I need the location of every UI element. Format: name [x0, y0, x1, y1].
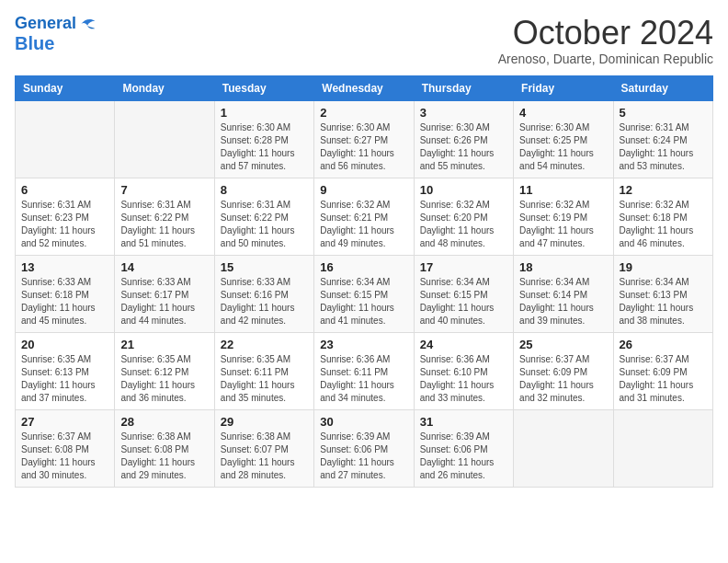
day-cell: 18Sunrise: 6:34 AMSunset: 6:14 PMDayligh…: [514, 255, 613, 332]
day-number: 1: [221, 106, 308, 120]
day-info: Sunrise: 6:30 AMSunset: 6:28 PMDaylight:…: [221, 121, 308, 173]
day-cell: 4Sunrise: 6:30 AMSunset: 6:25 PMDaylight…: [514, 100, 613, 178]
day-number: 12: [620, 183, 707, 197]
day-info: Sunrise: 6:38 AMSunset: 6:08 PMDaylight:…: [120, 431, 208, 482]
day-cell: [514, 409, 613, 487]
day-cell: 1Sunrise: 6:30 AMSunset: 6:28 PMDaylight…: [214, 100, 313, 178]
week-row-4: 20Sunrise: 6:35 AMSunset: 6:13 PMDayligh…: [16, 332, 713, 409]
day-info: Sunrise: 6:31 AMSunset: 6:22 PMDaylight:…: [221, 199, 308, 250]
day-number: 2: [320, 106, 407, 120]
week-row-3: 13Sunrise: 6:33 AMSunset: 6:18 PMDayligh…: [16, 255, 713, 332]
day-info: Sunrise: 6:34 AMSunset: 6:13 PMDaylight:…: [620, 276, 707, 327]
day-info: Sunrise: 6:36 AMSunset: 6:10 PMDaylight:…: [420, 353, 507, 405]
day-info: Sunrise: 6:30 AMSunset: 6:27 PMDaylight:…: [320, 121, 407, 173]
day-info: Sunrise: 6:38 AMSunset: 6:07 PMDaylight:…: [221, 431, 308, 482]
day-number: 3: [420, 106, 507, 120]
day-cell: 7Sunrise: 6:31 AMSunset: 6:22 PMDaylight…: [115, 178, 214, 255]
day-number: 9: [320, 183, 407, 197]
day-info: Sunrise: 6:32 AMSunset: 6:18 PMDaylight:…: [620, 199, 707, 250]
day-info: Sunrise: 6:37 AMSunset: 6:08 PMDaylight:…: [21, 431, 108, 482]
day-info: Sunrise: 6:33 AMSunset: 6:16 PMDaylight:…: [221, 276, 308, 327]
day-cell: [613, 409, 712, 487]
day-number: 13: [21, 260, 108, 274]
day-info: Sunrise: 6:32 AMSunset: 6:21 PMDaylight:…: [320, 199, 407, 250]
day-cell: 13Sunrise: 6:33 AMSunset: 6:18 PMDayligh…: [16, 255, 115, 332]
week-row-5: 27Sunrise: 6:37 AMSunset: 6:08 PMDayligh…: [16, 409, 713, 487]
day-cell: 28Sunrise: 6:38 AMSunset: 6:08 PMDayligh…: [115, 409, 214, 487]
logo: General Blue: [15, 15, 97, 53]
day-info: Sunrise: 6:34 AMSunset: 6:15 PMDaylight:…: [420, 276, 507, 327]
header-thursday: Thursday: [414, 75, 513, 100]
day-number: 18: [519, 260, 607, 274]
day-number: 30: [320, 415, 407, 429]
day-cell: 21Sunrise: 6:35 AMSunset: 6:12 PMDayligh…: [115, 332, 214, 409]
header-sunday: Sunday: [16, 75, 115, 100]
day-info: Sunrise: 6:33 AMSunset: 6:17 PMDaylight:…: [120, 276, 208, 327]
day-info: Sunrise: 6:30 AMSunset: 6:26 PMDaylight:…: [420, 121, 507, 173]
day-number: 8: [221, 183, 308, 197]
title-block: October 2024 Arenoso, Duarte, Dominican …: [498, 15, 713, 66]
day-cell: 10Sunrise: 6:32 AMSunset: 6:20 PMDayligh…: [414, 178, 513, 255]
day-number: 7: [120, 183, 208, 197]
week-row-1: 1Sunrise: 6:30 AMSunset: 6:28 PMDaylight…: [16, 100, 713, 178]
day-number: 4: [519, 106, 607, 120]
header-wednesday: Wednesday: [314, 75, 414, 100]
day-number: 21: [120, 338, 208, 351]
day-cell: 17Sunrise: 6:34 AMSunset: 6:15 PMDayligh…: [414, 255, 513, 332]
day-cell: 23Sunrise: 6:36 AMSunset: 6:11 PMDayligh…: [314, 332, 414, 409]
day-cell: 20Sunrise: 6:35 AMSunset: 6:13 PMDayligh…: [16, 332, 115, 409]
day-info: Sunrise: 6:36 AMSunset: 6:11 PMDaylight:…: [320, 353, 407, 405]
day-number: 11: [519, 183, 607, 197]
day-number: 19: [620, 260, 707, 274]
day-cell: 6Sunrise: 6:31 AMSunset: 6:23 PMDaylight…: [16, 178, 115, 255]
day-info: Sunrise: 6:32 AMSunset: 6:19 PMDaylight:…: [519, 199, 607, 250]
day-cell: 3Sunrise: 6:30 AMSunset: 6:26 PMDaylight…: [414, 100, 513, 178]
week-row-2: 6Sunrise: 6:31 AMSunset: 6:23 PMDaylight…: [16, 178, 713, 255]
day-cell: 11Sunrise: 6:32 AMSunset: 6:19 PMDayligh…: [514, 178, 613, 255]
month-title: October 2024: [498, 15, 713, 52]
calendar-table: SundayMondayTuesdayWednesdayThursdayFrid…: [15, 75, 713, 488]
day-number: 16: [320, 260, 407, 274]
day-cell: 31Sunrise: 6:39 AMSunset: 6:06 PMDayligh…: [414, 409, 513, 487]
day-info: Sunrise: 6:37 AMSunset: 6:09 PMDaylight:…: [620, 353, 707, 405]
day-info: Sunrise: 6:37 AMSunset: 6:09 PMDaylight:…: [519, 353, 607, 405]
day-number: 31: [420, 415, 507, 429]
day-number: 17: [420, 260, 507, 274]
day-info: Sunrise: 6:39 AMSunset: 6:06 PMDaylight:…: [420, 431, 507, 482]
header-friday: Friday: [514, 75, 613, 100]
day-cell: 22Sunrise: 6:35 AMSunset: 6:11 PMDayligh…: [214, 332, 313, 409]
day-cell: [16, 100, 115, 178]
day-number: 10: [420, 183, 507, 197]
day-cell: 16Sunrise: 6:34 AMSunset: 6:15 PMDayligh…: [314, 255, 414, 332]
day-cell: 27Sunrise: 6:37 AMSunset: 6:08 PMDayligh…: [16, 409, 115, 487]
day-cell: 2Sunrise: 6:30 AMSunset: 6:27 PMDaylight…: [314, 100, 414, 178]
day-number: 5: [620, 106, 707, 120]
day-cell: 14Sunrise: 6:33 AMSunset: 6:17 PMDayligh…: [115, 255, 214, 332]
header-row: SundayMondayTuesdayWednesdayThursdayFrid…: [16, 75, 713, 100]
day-cell: 24Sunrise: 6:36 AMSunset: 6:10 PMDayligh…: [414, 332, 513, 409]
location-subtitle: Arenoso, Duarte, Dominican Republic: [498, 52, 713, 66]
day-cell: 5Sunrise: 6:31 AMSunset: 6:24 PMDaylight…: [613, 100, 712, 178]
day-cell: [115, 100, 214, 178]
day-number: 28: [120, 415, 208, 429]
day-info: Sunrise: 6:31 AMSunset: 6:22 PMDaylight:…: [120, 199, 208, 250]
day-cell: 26Sunrise: 6:37 AMSunset: 6:09 PMDayligh…: [613, 332, 712, 409]
day-number: 14: [120, 260, 208, 274]
day-number: 23: [320, 338, 407, 351]
logo-bird-icon: [78, 17, 97, 30]
day-info: Sunrise: 6:35 AMSunset: 6:12 PMDaylight:…: [120, 353, 208, 405]
logo-blue-text: Blue: [15, 33, 54, 53]
day-cell: 19Sunrise: 6:34 AMSunset: 6:13 PMDayligh…: [613, 255, 712, 332]
day-info: Sunrise: 6:31 AMSunset: 6:24 PMDaylight:…: [620, 121, 707, 173]
day-cell: 9Sunrise: 6:32 AMSunset: 6:21 PMDaylight…: [314, 178, 414, 255]
day-info: Sunrise: 6:30 AMSunset: 6:25 PMDaylight:…: [519, 121, 607, 173]
logo-general: General: [15, 15, 76, 33]
day-number: 29: [221, 415, 308, 429]
day-info: Sunrise: 6:33 AMSunset: 6:18 PMDaylight:…: [21, 276, 108, 327]
day-cell: 12Sunrise: 6:32 AMSunset: 6:18 PMDayligh…: [613, 178, 712, 255]
day-cell: 25Sunrise: 6:37 AMSunset: 6:09 PMDayligh…: [514, 332, 613, 409]
day-cell: 8Sunrise: 6:31 AMSunset: 6:22 PMDaylight…: [214, 178, 313, 255]
day-number: 26: [620, 338, 707, 351]
day-cell: 29Sunrise: 6:38 AMSunset: 6:07 PMDayligh…: [214, 409, 313, 487]
header-tuesday: Tuesday: [214, 75, 313, 100]
